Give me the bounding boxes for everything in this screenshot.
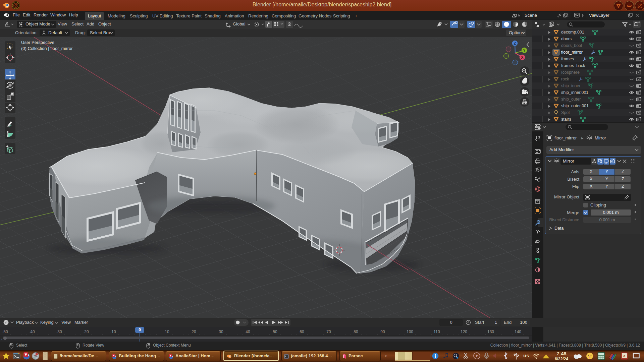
svg-text:X: X bbox=[521, 55, 523, 59]
svg-text:a: a bbox=[624, 354, 626, 358]
svg-text:Z: Z bbox=[514, 41, 516, 45]
svg-text:Y: Y bbox=[523, 48, 525, 52]
